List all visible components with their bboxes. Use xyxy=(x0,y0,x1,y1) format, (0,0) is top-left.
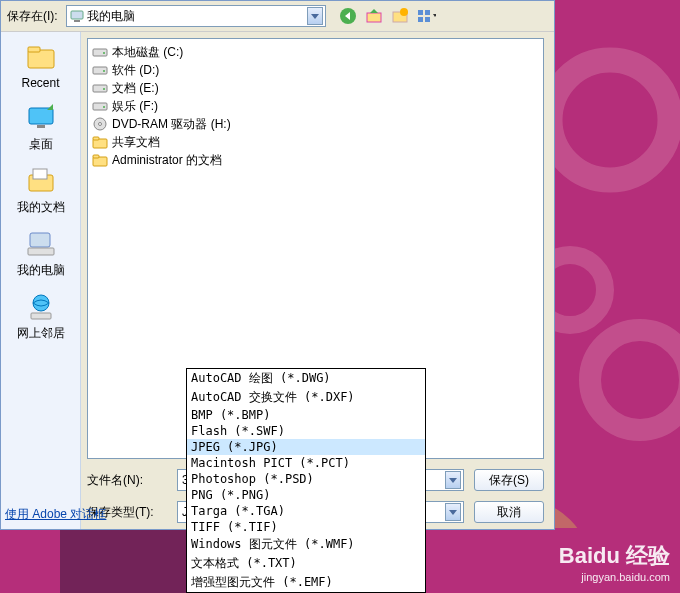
cancel-button[interactable]: 取消 xyxy=(474,501,544,523)
location-value: 我的电脑 xyxy=(85,8,307,25)
svg-point-32 xyxy=(103,88,105,90)
watermark-brand: Baidu 经验 xyxy=(559,541,670,571)
chevron-down-icon[interactable] xyxy=(445,471,461,489)
folder-icon xyxy=(92,134,108,150)
back-icon[interactable] xyxy=(338,6,358,26)
svg-point-36 xyxy=(99,123,102,126)
sidebar-item-computer[interactable]: 我的电脑 xyxy=(11,226,71,281)
svg-rect-23 xyxy=(30,233,50,247)
svg-rect-14 xyxy=(425,10,430,15)
svg-rect-10 xyxy=(367,13,381,22)
file-label: 本地磁盘 (C:) xyxy=(112,44,183,61)
sidebar-item-recent[interactable]: Recent xyxy=(11,40,71,92)
svg-point-0 xyxy=(550,60,670,180)
svg-point-28 xyxy=(103,52,105,54)
svg-rect-38 xyxy=(93,137,99,140)
dropdown-option[interactable]: Targa (*.TGA) xyxy=(187,503,425,519)
recent-folder-icon xyxy=(25,42,57,74)
filename-label: 文件名(N): xyxy=(87,472,167,489)
location-combo[interactable]: 我的电脑 xyxy=(66,5,326,27)
file-label: Administrator 的文档 xyxy=(112,152,222,169)
file-row[interactable]: 软件 (D:) xyxy=(92,61,539,79)
file-label: 文档 (E:) xyxy=(112,80,159,97)
svg-rect-18 xyxy=(28,47,40,52)
chevron-down-icon[interactable] xyxy=(307,7,323,25)
file-row[interactable]: 文档 (E:) xyxy=(92,79,539,97)
svg-rect-24 xyxy=(28,248,54,255)
dropdown-option[interactable]: Macintosh PICT (*.PCT) xyxy=(187,455,425,471)
dropdown-option[interactable]: JPEG (*.JPG) xyxy=(187,439,425,455)
dropdown-option[interactable]: AutoCAD 交换文件 (*.DXF) xyxy=(187,388,425,407)
drive-icon xyxy=(92,62,108,78)
svg-rect-8 xyxy=(74,20,80,22)
save-button[interactable]: 保存(S) xyxy=(474,469,544,491)
filetype-dropdown[interactable]: AutoCAD 绘图 (*.DWG)AutoCAD 交换文件 (*.DXF)BM… xyxy=(186,368,426,593)
svg-rect-27 xyxy=(93,49,107,56)
dropdown-option[interactable]: Photoshop (*.PSD) xyxy=(187,471,425,487)
svg-rect-22 xyxy=(33,169,47,179)
file-row[interactable]: 娱乐 (F:) xyxy=(92,97,539,115)
svg-rect-20 xyxy=(37,125,45,128)
svg-rect-40 xyxy=(93,155,99,158)
my-computer-icon xyxy=(25,228,57,260)
file-label: DVD-RAM 驱动器 (H:) xyxy=(112,116,231,133)
svg-point-12 xyxy=(400,8,408,16)
svg-rect-16 xyxy=(425,17,430,22)
file-row[interactable]: 本地磁盘 (C:) xyxy=(92,43,539,61)
sidebar-item-network[interactable]: 网上邻居 xyxy=(11,289,71,344)
drive-icon xyxy=(92,98,108,114)
svg-rect-33 xyxy=(93,103,107,110)
dropdown-option[interactable]: AutoCAD 绘图 (*.DWG) xyxy=(187,369,425,388)
watermark: Baidu 经验 jingyan.baidu.com xyxy=(559,541,670,583)
dropdown-option[interactable]: BMP (*.BMP) xyxy=(187,407,425,423)
dropdown-option[interactable]: 文本格式 (*.TXT) xyxy=(187,554,425,573)
toolbar: 保存在(I): 我的电脑 xyxy=(1,1,554,32)
file-label: 娱乐 (F:) xyxy=(112,98,158,115)
svg-point-25 xyxy=(33,295,49,311)
file-row[interactable]: 共享文档 xyxy=(92,133,539,151)
sidebar-item-desktop[interactable]: 桌面 xyxy=(11,100,71,155)
chevron-down-icon[interactable] xyxy=(445,503,461,521)
places-sidebar: Recent 桌面 我的文档 我的电脑 网上邻居 xyxy=(1,32,81,529)
folder-icon xyxy=(92,152,108,168)
desktop-icon xyxy=(25,102,57,134)
file-label: 软件 (D:) xyxy=(112,62,159,79)
file-row[interactable]: Administrator 的文档 xyxy=(92,151,539,169)
dropdown-option[interactable]: 增强型图元文件 (*.EMF) xyxy=(187,573,425,592)
dropdown-option[interactable]: PNG (*.PNG) xyxy=(187,487,425,503)
adobe-dialog-link[interactable]: 使用 Adobe 对话框 xyxy=(5,506,106,523)
svg-point-30 xyxy=(103,70,105,72)
svg-rect-7 xyxy=(71,11,83,19)
computer-icon xyxy=(69,8,85,24)
svg-rect-13 xyxy=(418,10,423,15)
dropdown-option[interactable]: Windows 图元文件 (*.WMF) xyxy=(187,535,425,554)
sidebar-item-documents[interactable]: 我的文档 xyxy=(11,163,71,218)
network-icon xyxy=(25,291,57,323)
svg-rect-31 xyxy=(93,85,107,92)
save-in-label: 保存在(I): xyxy=(7,8,58,25)
svg-rect-29 xyxy=(93,67,107,74)
documents-icon xyxy=(25,165,57,197)
dvd-icon xyxy=(92,116,108,132)
new-folder-icon[interactable] xyxy=(390,6,410,26)
svg-rect-19 xyxy=(29,108,53,124)
drive-icon xyxy=(92,44,108,60)
svg-point-2 xyxy=(590,330,680,430)
up-icon[interactable] xyxy=(364,6,384,26)
svg-point-34 xyxy=(103,106,105,108)
file-row[interactable]: DVD-RAM 驱动器 (H:) xyxy=(92,115,539,133)
dropdown-option[interactable]: Flash (*.SWF) xyxy=(187,423,425,439)
views-icon[interactable] xyxy=(416,6,436,26)
svg-rect-26 xyxy=(31,313,51,319)
watermark-url: jingyan.baidu.com xyxy=(559,571,670,583)
svg-rect-15 xyxy=(418,17,423,22)
dropdown-option[interactable]: TIFF (*.TIF) xyxy=(187,519,425,535)
drive-icon xyxy=(92,80,108,96)
svg-rect-17 xyxy=(28,50,54,68)
file-label: 共享文档 xyxy=(112,134,160,151)
